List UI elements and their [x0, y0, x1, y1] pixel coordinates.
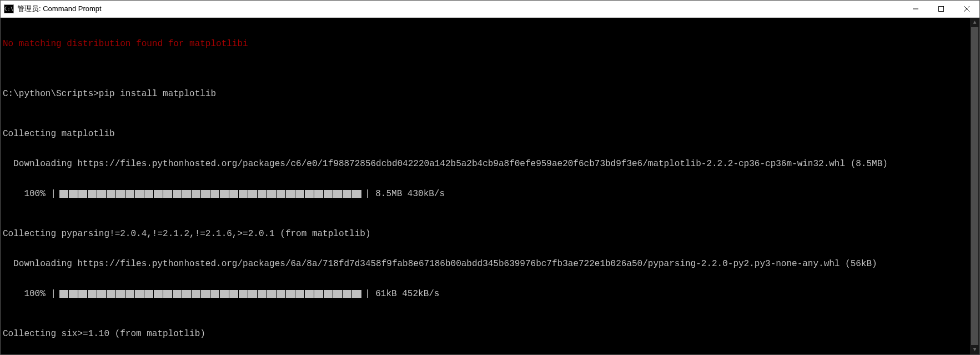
maximize-icon	[938, 6, 944, 12]
window-controls	[903, 1, 979, 17]
output-line: Downloading https://files.pythonhosted.o…	[3, 159, 977, 169]
progress-bar	[59, 290, 361, 298]
progress-bar-line: 100% || 8.5MB 430kB/s	[3, 189, 977, 199]
cmd-icon: C:\	[4, 4, 14, 13]
error-line: No matching distribution found for matpl…	[3, 39, 977, 49]
scroll-up-button[interactable]: ▲	[970, 18, 979, 27]
close-button[interactable]	[954, 1, 979, 17]
output-line: Collecting pyparsing!=2.0.4,!=2.1.2,!=2.…	[3, 229, 977, 239]
progress-rate: | 61kB 452kB/s	[365, 289, 439, 299]
progress-percent: 100% |	[3, 189, 56, 199]
terminal-output[interactable]: No matching distribution found for matpl…	[1, 18, 979, 354]
close-icon	[964, 6, 969, 12]
prompt-line: C:\python\Scripts>pip install matplotlib	[3, 89, 977, 99]
output-line: Collecting matplotlib	[3, 129, 977, 139]
progress-bar-line: 100% || 61kB 452kB/s	[3, 289, 977, 299]
title-left: C:\ 管理员: Command Prompt	[1, 4, 102, 14]
progress-bar	[59, 190, 361, 198]
progress-percent: 100% |	[3, 289, 56, 299]
window-title: 管理员: Command Prompt	[17, 4, 102, 14]
maximize-button[interactable]	[928, 1, 954, 17]
command-prompt-window: C:\ 管理员: Command Prompt No matching dist…	[0, 0, 980, 355]
scroll-down-button[interactable]: ▼	[970, 345, 979, 354]
output-line: Collecting six>=1.10 (from matplotlib)	[3, 329, 977, 339]
minimize-button[interactable]	[903, 1, 928, 17]
output-line: Downloading https://files.pythonhosted.o…	[3, 259, 977, 269]
svg-rect-1	[939, 7, 944, 12]
minimize-icon	[913, 6, 918, 12]
title-bar[interactable]: C:\ 管理员: Command Prompt	[1, 1, 979, 18]
vertical-scrollbar[interactable]: ▲ ▼	[970, 18, 979, 354]
progress-rate: | 8.5MB 430kB/s	[365, 189, 445, 199]
scroll-thumb[interactable]	[971, 27, 978, 345]
